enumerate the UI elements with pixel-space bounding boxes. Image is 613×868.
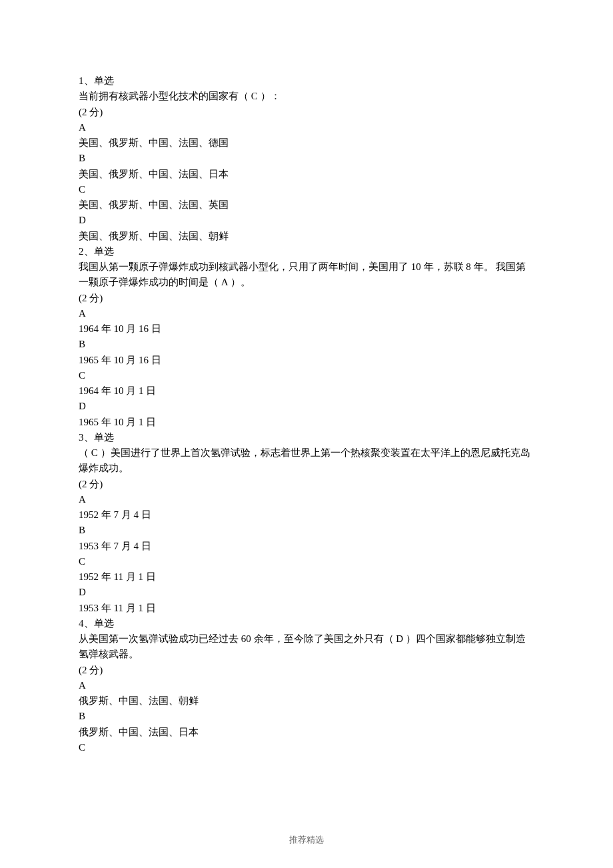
option-text: 1965 年 10 月 1 日 [79, 415, 534, 430]
option-text: 美国、俄罗斯、中国、法国、英国 [79, 197, 534, 213]
option-text: 1952 年 11 月 1 日 [79, 569, 534, 585]
option-text: 美国、俄罗斯、中国、法国、朝鲜 [79, 229, 534, 244]
option-label: A [79, 306, 534, 321]
option-text: 美国、俄罗斯、中国、法国、日本 [79, 167, 534, 182]
question-points: (2 分) [79, 105, 534, 120]
question-points: (2 分) [79, 663, 534, 678]
option-label: C [79, 740, 534, 755]
option-text: 1964 年 10 月 1 日 [79, 383, 534, 399]
question-block: 1、单选 当前拥有核武器小型化技术的国家有（ C ）： (2 分) A 美国、俄… [79, 73, 534, 244]
option-label: B [79, 523, 534, 538]
option-label: D [79, 585, 534, 600]
question-stem: 从美国第一次氢弹试验成功已经过去 60 余年，至今除了美国之外只有（ D ）四个… [79, 631, 534, 663]
option-label: A [79, 492, 534, 507]
option-label: B [79, 151, 534, 166]
option-label: B [79, 709, 534, 724]
option-text: 俄罗斯、中国、法国、日本 [79, 725, 534, 740]
option-label: A [79, 678, 534, 693]
page-footer: 推荐精选 [0, 833, 613, 847]
option-text: 1965 年 10 月 16 日 [79, 353, 534, 368]
option-label: A [79, 120, 534, 135]
option-text: 1952 年 7 月 4 日 [79, 507, 534, 523]
option-label: D [79, 213, 534, 228]
question-number: 3、单选 [79, 430, 534, 445]
question-block: 3、单选 （ C ）美国进行了世界上首次氢弹试验，标志着世界上第一个热核聚变装置… [79, 430, 534, 616]
question-stem: 我国从第一颗原子弹爆炸成功到核武器小型化，只用了两年时间，美国用了 10 年，苏… [79, 259, 534, 291]
option-text: 1953 年 7 月 4 日 [79, 539, 534, 554]
option-label: B [79, 337, 534, 352]
question-block: 4、单选 从美国第一次氢弹试验成功已经过去 60 余年，至今除了美国之外只有（ … [79, 616, 534, 755]
option-text: 1964 年 10 月 16 日 [79, 321, 534, 337]
option-label: C [79, 182, 534, 197]
option-text: 俄罗斯、中国、法国、朝鲜 [79, 693, 534, 709]
option-label: C [79, 368, 534, 383]
question-points: (2 分) [79, 291, 534, 306]
question-number: 1、单选 [79, 73, 534, 89]
question-stem: （ C ）美国进行了世界上首次氢弹试验，标志着世界上第一个热核聚变装置在太平洋上… [79, 445, 534, 477]
option-text: 1953 年 11 月 1 日 [79, 601, 534, 616]
question-points: (2 分) [79, 477, 534, 492]
question-block: 2、单选 我国从第一颗原子弹爆炸成功到核武器小型化，只用了两年时间，美国用了 1… [79, 244, 534, 430]
option-text: 美国、俄罗斯、中国、法国、德国 [79, 135, 534, 151]
question-number: 2、单选 [79, 244, 534, 259]
document-page: 1、单选 当前拥有核武器小型化技术的国家有（ C ）： (2 分) A 美国、俄… [0, 0, 613, 868]
option-label: C [79, 554, 534, 569]
question-number: 4、单选 [79, 616, 534, 631]
option-label: D [79, 399, 534, 414]
question-stem: 当前拥有核武器小型化技术的国家有（ C ）： [79, 89, 534, 104]
